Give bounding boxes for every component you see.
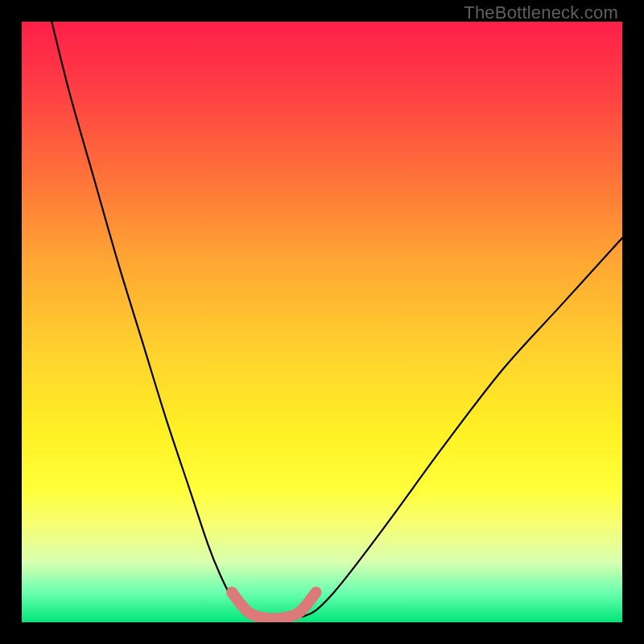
series-left-branch (52, 22, 246, 617)
watermark-text: TheBottleneck.com (464, 2, 618, 23)
valley-marker (312, 588, 320, 597)
chart-frame: TheBottleneck.com (0, 0, 644, 644)
valley-marker (244, 608, 255, 619)
curve-layer (22, 22, 622, 622)
marker-group (228, 588, 320, 622)
valley-marker (302, 600, 312, 609)
series-right-branch (304, 238, 622, 617)
plot-area (22, 22, 622, 622)
valley-marker (292, 608, 303, 619)
valley-marker (236, 600, 246, 609)
series-group (52, 22, 622, 621)
valley-marker (228, 588, 236, 597)
